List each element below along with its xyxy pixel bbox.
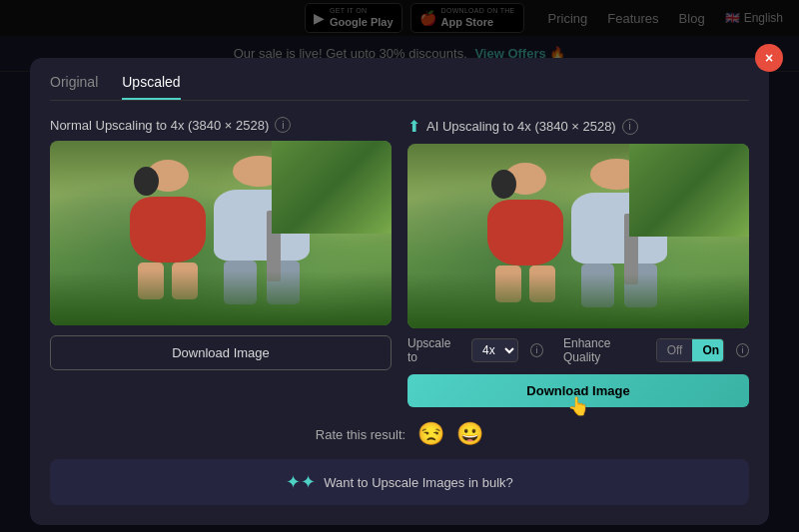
normal-label: Normal Upscaling to 4x (3840 × 2528) i bbox=[50, 117, 392, 133]
upscale-select-wrap: 4x bbox=[471, 338, 518, 362]
controls-row: Upscale to 4x i Enhance Quality Off On i bbox=[407, 336, 749, 364]
rating-label: Rate this result: bbox=[316, 427, 405, 442]
ai-col: ⬆ AI Upscaling to 4x (3840 × 2528) i bbox=[407, 117, 749, 407]
normal-info-icon[interactable]: i bbox=[275, 117, 291, 133]
bulk-icon: ✦✦ bbox=[286, 471, 316, 493]
close-button[interactable]: × bbox=[755, 44, 783, 72]
tabs: Original Upscaled bbox=[50, 74, 749, 101]
enhance-quality-label: Enhance Quality bbox=[563, 336, 644, 364]
cursor-icon: 👆 bbox=[567, 395, 589, 417]
ai-photo bbox=[407, 144, 749, 328]
happy-rating-btn[interactable]: 😀 bbox=[456, 421, 483, 447]
download-ai-button[interactable]: Download Image 👆 bbox=[407, 374, 749, 407]
toggle-group: Off On bbox=[656, 338, 724, 362]
modal-overlay: × Original Upscaled Normal Upscaling to … bbox=[0, 0, 799, 532]
quality-info-icon[interactable]: i bbox=[736, 343, 749, 357]
normal-image bbox=[50, 141, 392, 325]
ai-image bbox=[407, 144, 749, 328]
upscale-info-icon[interactable]: i bbox=[530, 343, 543, 357]
bulk-text: Want to Upscale Images in bulk? bbox=[324, 475, 513, 490]
toggle-on[interactable]: On bbox=[692, 339, 724, 361]
ai-info-icon[interactable]: i bbox=[622, 119, 638, 135]
tab-original[interactable]: Original bbox=[50, 74, 98, 100]
rating-row: Rate this result: 😒 😀 bbox=[50, 421, 749, 447]
tab-upscaled[interactable]: Upscaled bbox=[122, 74, 180, 100]
toggle-off[interactable]: Off bbox=[657, 339, 693, 361]
bulk-banner: ✦✦ Want to Upscale Images in bulk? bbox=[50, 459, 749, 505]
modal: × Original Upscaled Normal Upscaling to … bbox=[30, 58, 769, 525]
upscale-to-label: Upscale to bbox=[407, 336, 459, 364]
ai-upscale-icon: ⬆ bbox=[407, 117, 420, 136]
normal-photo bbox=[50, 141, 392, 325]
sad-rating-btn[interactable]: 😒 bbox=[417, 421, 444, 447]
ai-label: ⬆ AI Upscaling to 4x (3840 × 2528) i bbox=[407, 117, 749, 136]
upscale-select[interactable]: 4x bbox=[471, 338, 518, 362]
images-row: Normal Upscaling to 4x (3840 × 2528) i bbox=[50, 117, 749, 407]
download-normal-button[interactable]: Download Image bbox=[50, 335, 392, 370]
normal-col: Normal Upscaling to 4x (3840 × 2528) i bbox=[50, 117, 392, 407]
